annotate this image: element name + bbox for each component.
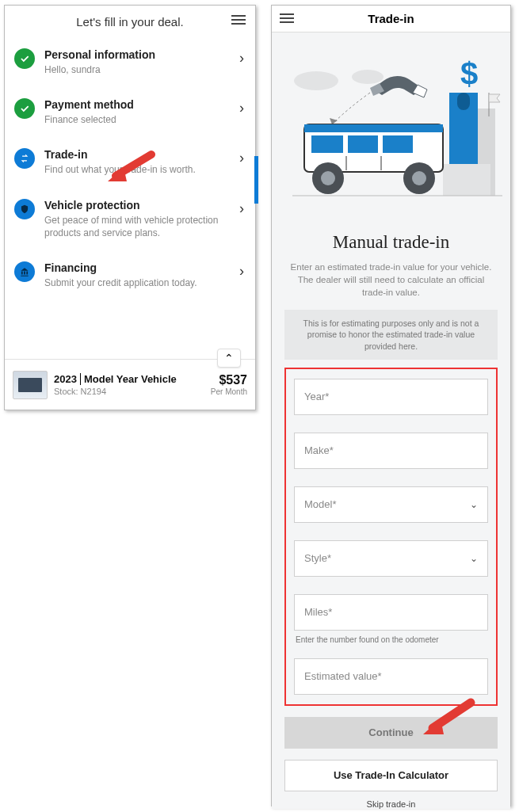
chevron-right-icon: › [239,100,244,116]
shield-icon [14,199,35,219]
check-icon [14,48,35,69]
model-field[interactable]: Model*⌄ [294,486,488,523]
step-financing[interactable]: FinancingSubmit your credit application … [5,250,255,300]
svg-rect-11 [383,135,413,153]
deal-steps-panel: Let's fill in your deal. Personal inform… [4,5,256,410]
svg-rect-9 [311,135,343,153]
scroll-indicator [254,156,258,204]
trade-in-subtitle: Enter an estimated trade-in value for yo… [284,261,498,299]
chevron-right-icon: › [239,50,244,67]
menu-icon[interactable] [231,15,246,25]
placeholder: Miles* [304,606,332,618]
chevron-right-icon: › [239,200,244,217]
step-sub: Get peace of mind with vehicle protectio… [44,214,244,239]
step-trade-in[interactable]: Trade-inFind out what your trade-in is w… [5,137,255,187]
trade-in-title: Manual trade-in [284,232,498,253]
svg-point-0 [294,71,338,90]
skip-trade-in-link[interactable]: Skip trade-in [284,799,498,809]
svg-text:$: $ [460,56,478,91]
placeholder: Estimated value* [304,670,382,682]
step-title: Financing [44,261,197,274]
miles-field[interactable]: Miles* [294,594,488,631]
expand-button[interactable]: ⌃ [217,349,241,368]
step-sub: Submit your credit application today. [44,276,197,289]
price-period: Per Month [211,387,247,396]
svg-rect-8 [304,124,443,132]
vehicle-summary-bar[interactable]: ⌃ 2023Model Year Vehicle Stock: N2194 $5… [5,359,255,410]
trade-in-panel: Trade-in $ [271,5,511,806]
use-calculator-button[interactable]: Use Trade-In Calculator [284,760,498,791]
step-sub: Hello, sundra [44,63,155,76]
placeholder: Style* [304,552,331,564]
check-icon [14,98,35,119]
step-sub: Find out what your trade-in is worth. [44,163,196,176]
step-payment-method[interactable]: Payment methodFinance selected › [5,87,255,137]
continue-button[interactable]: Continue [284,717,498,749]
step-title: Vehicle protection [44,199,244,212]
step-sub: Finance selected [44,113,134,126]
disclaimer-note: This is for estimating purposes only and… [284,310,498,360]
vehicle-thumbnail [13,371,48,399]
chevron-down-icon: ⌄ [470,553,478,564]
make-field[interactable]: Make* [294,433,488,469]
chevron-right-icon: › [239,150,244,166]
swap-icon [14,148,35,169]
form-highlight: Year* Make* Model*⌄ Style*⌄ Miles* Enter… [284,368,498,706]
placeholder: Model* [304,498,336,510]
estimated-value-field[interactable]: Estimated value* [294,658,488,695]
svg-rect-10 [348,135,378,153]
svg-point-1 [352,70,384,84]
miles-help-text: Enter the number found on the odometer [296,635,488,644]
menu-icon[interactable] [280,13,294,23]
trade-in-illustration: $ [272,32,510,216]
style-field[interactable]: Style*⌄ [294,540,488,577]
svg-rect-4 [457,93,470,110]
right-header: Trade-in [272,6,510,32]
left-title: Let's fill in your deal. [76,15,183,29]
price-value: $537 [211,373,247,387]
step-title: Trade-in [44,148,196,161]
step-vehicle-protection[interactable]: Vehicle protectionGet peace of mind with… [5,188,255,250]
bank-icon [14,261,35,282]
step-title: Personal information [44,48,155,61]
step-title: Payment method [44,98,134,111]
placeholder: Make* [304,444,334,456]
step-personal-info[interactable]: Personal informationHello, sundra › [5,37,255,87]
vehicle-name: 2023Model Year Vehicle [54,373,177,385]
placeholder: Year* [304,391,329,402]
svg-rect-6 [443,164,490,196]
svg-point-17 [412,171,426,185]
vehicle-stock: Stock: N2194 [54,387,177,396]
right-header-title: Trade-in [368,12,414,25]
chevron-down-icon: ⌄ [470,499,478,510]
year-field[interactable]: Year* [294,379,488,415]
chevron-right-icon: › [239,263,244,280]
left-header: Let's fill in your deal. [5,6,255,37]
svg-point-15 [321,171,335,185]
